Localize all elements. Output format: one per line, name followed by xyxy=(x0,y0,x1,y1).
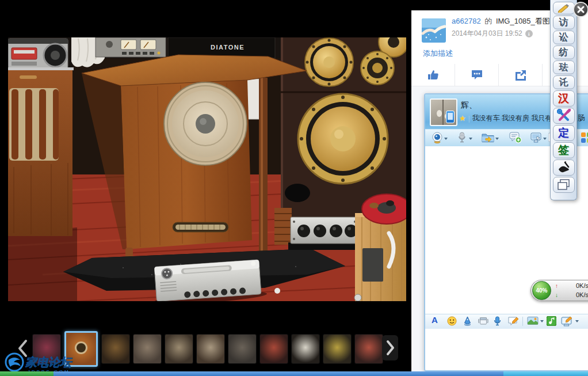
remote-desktop-icon[interactable] xyxy=(530,132,542,144)
image-icon[interactable] xyxy=(527,316,539,326)
emoticon-icon[interactable] xyxy=(447,316,457,326)
pencil-icon[interactable] xyxy=(553,2,575,14)
amplifier xyxy=(288,217,360,250)
remote-desktop-caret[interactable] xyxy=(543,138,547,140)
tape-reel xyxy=(362,194,406,224)
corner-speaker-driver xyxy=(164,82,247,165)
logo-title: 家电论坛 xyxy=(25,356,72,369)
horn-tweeter xyxy=(361,51,394,85)
thumbnail-large-frame[interactable] xyxy=(197,335,224,363)
mid-driver xyxy=(305,38,353,86)
rear-post xyxy=(259,78,268,276)
close-button[interactable] xyxy=(573,2,588,17)
photo-title: a662782 的 IMG_1085_看图王 xyxy=(452,16,558,26)
apps-grid-icon[interactable] xyxy=(581,132,588,143)
photo-date: 2014年04月03日 19:52 i xyxy=(452,29,533,39)
thumbnail-equipment-rack[interactable] xyxy=(323,335,351,363)
thumbnail-people-at-table[interactable] xyxy=(260,335,288,363)
thumbnail-framed-photos[interactable] xyxy=(165,335,193,363)
toolbar-divider xyxy=(522,317,523,326)
screen: DIATONE xyxy=(0,0,588,376)
upload-speed: ↑ 0K/s xyxy=(555,282,588,289)
share-icon xyxy=(514,69,527,81)
video-call-icon[interactable] xyxy=(432,132,443,145)
send-file-icon[interactable] xyxy=(482,132,494,143)
status-text: 我没有车 我没有房 我只有一 xyxy=(472,113,559,123)
thumbnail-people-sofa[interactable] xyxy=(355,335,383,363)
add-description-link[interactable]: 添加描述 xyxy=(423,48,453,59)
grille-slot xyxy=(173,222,228,232)
thumbnail-shop-guitar[interactable] xyxy=(102,335,129,363)
like-icon xyxy=(427,69,440,81)
chat-input-toolbar: A xyxy=(425,314,588,329)
taskbar-green-segment[interactable] xyxy=(0,371,54,376)
window-shake-icon[interactable] xyxy=(478,316,488,326)
pine-cabinet xyxy=(354,213,406,301)
star-icon: ★ xyxy=(459,114,466,123)
close-icon xyxy=(577,6,585,13)
voice-call-caret[interactable] xyxy=(469,138,472,140)
create-group-icon[interactable] xyxy=(509,132,522,144)
share-button[interactable] xyxy=(499,64,543,86)
hw-candidate-纺[interactable]: 纺 xyxy=(553,45,575,59)
hw-button-han[interactable]: 汉 xyxy=(553,90,575,107)
thumbnail-photo-collage[interactable] xyxy=(228,335,256,363)
wood-slats xyxy=(274,208,292,245)
voice-call-icon[interactable] xyxy=(457,132,467,145)
mobile-online-icon xyxy=(446,111,455,123)
next-chevron[interactable] xyxy=(382,335,398,360)
speed-percent-badge: 40% xyxy=(532,281,551,300)
hw-button-ding[interactable]: 定 xyxy=(553,125,575,141)
hw-candidate-讬[interactable]: 讬 xyxy=(553,75,575,89)
thumbnail-brick-wall-frames[interactable] xyxy=(133,335,161,363)
hw-candidate-访[interactable]: 访 xyxy=(553,16,575,29)
hw-candidate-讼[interactable]: 讼 xyxy=(553,31,575,44)
network-speed-widget[interactable]: 40% ↑ 0K/s ↓ 0K/s xyxy=(530,280,588,301)
comment-icon xyxy=(471,69,483,81)
image-caret[interactable] xyxy=(540,320,544,322)
download-speed: ↓ 0K/s xyxy=(555,291,588,298)
caster-wheel xyxy=(354,294,361,301)
chat-text-input[interactable] xyxy=(425,329,588,371)
voice-message-icon[interactable] xyxy=(494,316,501,326)
taskbar-blue-segment[interactable] xyxy=(54,371,503,376)
hand-write-icon[interactable] xyxy=(553,159,575,176)
tools-icon[interactable] xyxy=(553,108,575,124)
radio-cabinet xyxy=(8,67,74,236)
music-icon[interactable] xyxy=(547,316,556,326)
speaker-brand-label: DIATONE xyxy=(211,44,245,51)
screen-capture-icon[interactable] xyxy=(561,316,574,326)
hw-candidate-珐[interactable]: 珐 xyxy=(553,60,575,74)
up-arrow-icon: ↑ xyxy=(555,283,558,289)
status-overflow-text: 肠 xyxy=(578,113,585,123)
hw-candidate-list: 访讼纺珐讬 xyxy=(553,15,575,90)
magic-expression-icon[interactable] xyxy=(463,316,472,326)
reel-deck xyxy=(96,37,166,57)
screen-capture-caret[interactable] xyxy=(575,320,579,322)
contact-name: 辉、 xyxy=(461,100,477,111)
boombox xyxy=(8,39,68,69)
photo-filename: IMG_1085_看图王 xyxy=(496,17,558,25)
thumbnail-white-stand[interactable] xyxy=(292,335,319,363)
comment-button[interactable] xyxy=(455,64,499,86)
port-hole xyxy=(285,184,310,202)
like-button[interactable] xyxy=(411,64,455,86)
send-file-caret[interactable] xyxy=(495,138,499,140)
uploader-avatar[interactable] xyxy=(422,18,446,43)
main-photo[interactable]: DIATONE xyxy=(8,37,406,301)
font-icon[interactable]: A xyxy=(432,315,438,325)
woofer xyxy=(298,94,388,184)
handwrite-message-icon[interactable] xyxy=(508,316,520,326)
hw-button-qian[interactable]: 签 xyxy=(553,142,575,158)
stacked-windows-icon[interactable] xyxy=(553,177,575,193)
handwriting-panel: 访讼纺珐讬 汉 定 签 xyxy=(550,0,577,200)
video-call-caret[interactable] xyxy=(444,138,448,140)
uploader-name[interactable]: a662782 xyxy=(452,17,481,25)
small-cap xyxy=(274,288,280,294)
down-arrow-icon: ↓ xyxy=(555,292,558,298)
taskbar-cyan-segment[interactable] xyxy=(503,371,588,376)
info-icon[interactable]: i xyxy=(525,30,533,37)
